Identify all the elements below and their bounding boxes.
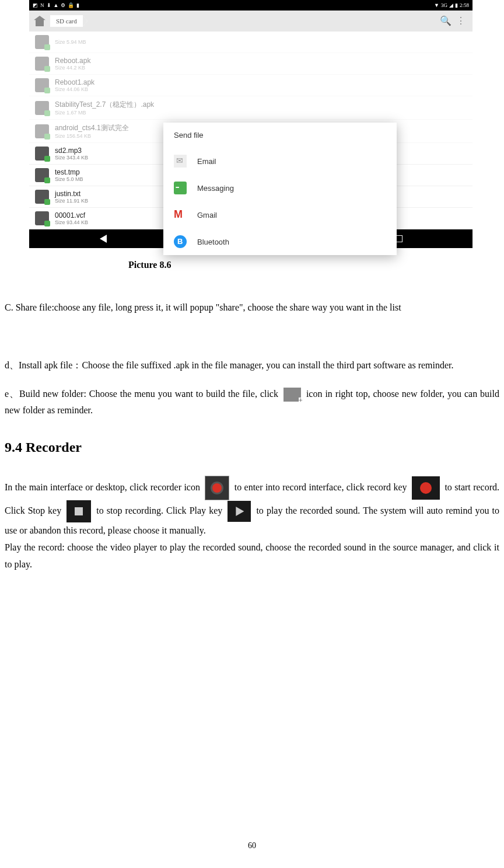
breadcrumb[interactable]: SD card [50, 15, 88, 27]
file-icon [35, 35, 49, 49]
folder-plus-icon [284, 388, 301, 402]
paragraph-recorder-instructions: In the main interface or desktop, click … [5, 476, 499, 539]
list-item[interactable]: Size 5.94 MB [29, 32, 473, 53]
paragraph-build-folder: e、Build new folder: Choose the menu you … [5, 386, 499, 420]
recorder-app-icon [205, 476, 229, 500]
list-item[interactable]: StabilityTest_2.7（稳定性）.apk Size 1.67 MB [29, 96, 473, 120]
share-option-email[interactable]: Email [163, 148, 397, 175]
page-number: 60 [248, 841, 256, 850]
android-screenshot: ◩ N ⬇ ▲ ⚙ 🔒 ▮ ▼ 3G ◢ ▮ 2:58 SD card 🔍 [29, 0, 473, 248]
file-icon [35, 78, 49, 92]
bluetooth-icon [174, 235, 187, 248]
file-name: Reboot.apk [55, 57, 90, 65]
paragraph-share-file: C. Share file:choose any file, long pres… [5, 299, 499, 316]
status-icon: ▮ [76, 2, 79, 8]
file-icon [35, 101, 49, 115]
stop-key-icon [66, 500, 91, 522]
play-key-icon [228, 501, 251, 522]
file-icon [35, 211, 49, 225]
file-name: 00001.vcf [55, 211, 88, 219]
signal-icon: ◢ [449, 2, 453, 8]
record-key-icon [412, 476, 440, 500]
status-icon: ⬇ [47, 2, 51, 8]
list-item[interactable]: Reboot.apk Size 44.2 KB [29, 53, 473, 75]
search-icon[interactable]: 🔍 [440, 15, 452, 27]
wifi-icon: ▼ [434, 2, 439, 8]
share-option-bluetooth[interactable]: Bluetooth [163, 228, 397, 255]
section-heading-recorder: 9.4 Recorder [5, 440, 499, 455]
share-option-gmail[interactable]: Gmail [163, 201, 397, 228]
menu-icon[interactable]: ⋮ [456, 15, 468, 27]
file-size: Size 5.0 MB [55, 176, 83, 182]
list-item[interactable]: Reboot1.apk Size 44.06 KB [29, 75, 473, 96]
network-label: 3G [441, 2, 447, 8]
email-icon [174, 155, 187, 168]
messaging-icon [174, 182, 187, 194]
gmail-icon [174, 208, 187, 221]
text-fragment: In the main interface or desktop, click … [5, 482, 202, 492]
file-name: sd2.mp3 [55, 147, 88, 155]
file-size: Size 343.4 KB [55, 155, 88, 161]
file-icon [35, 57, 49, 71]
text-fragment: to stop recording. Click Play key [96, 506, 225, 515]
status-icon: ▲ [54, 2, 59, 8]
file-name: Reboot1.apk [55, 78, 94, 86]
file-size: Size 44.06 KB [55, 86, 94, 92]
share-option-messaging[interactable]: Messaging [163, 175, 397, 201]
file-icon [35, 168, 49, 182]
paragraph-play-record: Play the record: choose the video player… [5, 539, 499, 573]
status-icon: ⚙ [61, 2, 65, 8]
status-bar: ◩ N ⬇ ▲ ⚙ 🔒 ▮ ▼ 3G ◢ ▮ 2:58 [29, 0, 473, 11]
dialog-title: Send file [163, 123, 397, 148]
back-button[interactable] [100, 235, 107, 243]
file-name: test.tmp [55, 168, 83, 176]
paragraph-install-apk: d、Install apk file：Choose the file suffi… [5, 357, 499, 374]
figure-caption: Picture 8.6 [128, 260, 504, 270]
file-name: StabilityTest_2.7（稳定性）.apk [55, 100, 154, 110]
home-icon[interactable] [34, 16, 46, 26]
file-icon [35, 190, 49, 204]
send-file-dialog: Send file Email Messaging Gmail Bluetoot… [163, 123, 397, 255]
file-icon [35, 147, 49, 161]
status-icon: 🔒 [68, 2, 74, 8]
battery-icon: ▮ [455, 2, 458, 8]
app-toolbar: SD card 🔍 ⋮ [29, 11, 473, 32]
file-name: justin.txt [55, 190, 88, 198]
option-label: Email [197, 157, 216, 166]
file-size: Size 156.54 KB [55, 133, 129, 139]
status-icon: ◩ [33, 2, 38, 8]
option-label: Messaging [197, 184, 234, 193]
text-fragment: to enter into record interface, click re… [235, 482, 410, 492]
file-size: Size 11.91 KB [55, 198, 88, 204]
clock: 2:58 [460, 2, 469, 8]
file-size: Size 5.94 MB [55, 39, 86, 45]
file-size: Size 1.67 MB [55, 110, 154, 116]
text-fragment: e、Build new folder: Choose the menu you … [5, 389, 281, 399]
file-size: Size 93.44 KB [55, 219, 88, 225]
option-label: Bluetooth [197, 238, 229, 246]
file-name: android_cts4.1测试完全 [55, 123, 129, 133]
status-icon: N [40, 2, 44, 8]
option-label: Gmail [197, 211, 217, 219]
file-size: Size 44.2 KB [55, 65, 90, 71]
file-icon [35, 124, 49, 138]
